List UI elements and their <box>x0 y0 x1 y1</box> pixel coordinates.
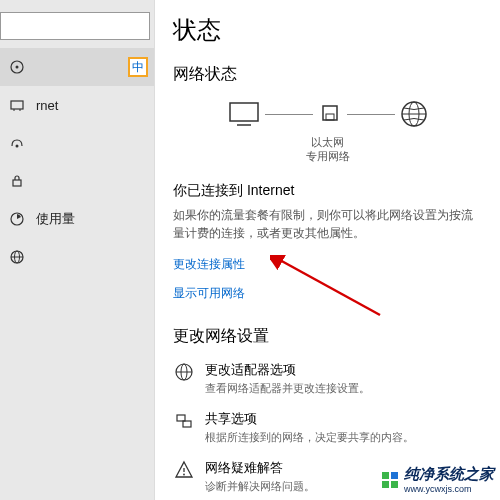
status-icon <box>8 58 26 76</box>
vpn-icon <box>8 172 26 190</box>
connection-line <box>347 114 395 115</box>
computer-icon <box>227 100 261 128</box>
connected-desc: 如果你的流量套餐有限制，则你可以将此网络设置为按流量计费的连接，或者更改其他属性… <box>173 206 482 242</box>
svg-rect-22 <box>183 421 191 427</box>
row-title: 网络疑难解答 <box>205 459 315 477</box>
row-title: 共享选项 <box>205 410 414 428</box>
svg-rect-2 <box>11 101 23 109</box>
sidebar-item-status[interactable]: 中 <box>0 48 154 86</box>
svg-rect-21 <box>177 415 185 421</box>
svg-rect-14 <box>326 114 334 120</box>
svg-point-1 <box>16 66 19 69</box>
usage-icon <box>8 210 26 228</box>
dialup-icon <box>8 134 26 152</box>
svg-point-5 <box>16 145 19 148</box>
sidebar-item-vpn[interactable] <box>0 162 154 200</box>
adapter-options-row[interactable]: 更改适配器选项 查看网络适配器并更改连接设置。 <box>173 361 482 396</box>
svg-rect-11 <box>230 103 258 121</box>
sidebar-item-label: 使用量 <box>36 210 75 228</box>
connection-line <box>265 114 313 115</box>
sidebar-item-label: rnet <box>36 98 58 113</box>
change-connection-properties-link[interactable]: 更改连接属性 <box>173 256 245 273</box>
watermark: 纯净系统之家 www.ycwxjs.com <box>382 465 494 494</box>
row-title: 更改适配器选项 <box>205 361 370 379</box>
show-available-networks-link[interactable]: 显示可用网络 <box>173 285 245 302</box>
change-network-settings-heading: 更改网络设置 <box>173 326 482 347</box>
row-desc: 查看网络适配器并更改连接设置。 <box>205 381 370 396</box>
ethernet-icon <box>8 96 26 114</box>
watermark-url: www.ycwxjs.com <box>404 484 494 494</box>
watermark-logo <box>382 472 398 488</box>
svg-rect-13 <box>323 106 337 120</box>
network-diagram <box>173 99 482 129</box>
sharing-icon <box>173 410 195 432</box>
search-input[interactable] <box>0 12 150 40</box>
network-status-heading: 网络状态 <box>173 64 482 85</box>
main-content: 状态 网络状态 以太网 专用网络 你已连接到 Internet 如果你的流量套餐… <box>155 0 500 500</box>
sidebar-item-ethernet[interactable]: rnet <box>0 86 154 124</box>
svg-rect-6 <box>13 180 21 186</box>
row-desc: 根据所连接到的网络，决定要共享的内容。 <box>205 430 414 445</box>
connected-heading: 你已连接到 Internet <box>173 182 482 200</box>
sidebar-item-usage[interactable]: 使用量 <box>0 200 154 238</box>
search-wrap <box>0 4 154 48</box>
watermark-text: 纯净系统之家 <box>404 465 494 484</box>
sidebar-item-dialup[interactable] <box>0 124 154 162</box>
proxy-icon <box>8 248 26 266</box>
router-icon <box>317 100 343 128</box>
row-desc: 诊断并解决网络问题。 <box>205 479 315 494</box>
svg-point-24 <box>183 473 185 475</box>
adapter-icon <box>173 361 195 383</box>
sidebar-item-proxy[interactable] <box>0 238 154 276</box>
diagram-label: 以太网 专用网络 <box>173 135 482 164</box>
ime-badge: 中 <box>128 57 148 77</box>
sidebar: 中 rnet 使用量 <box>0 0 155 500</box>
globe-icon <box>399 99 429 129</box>
troubleshoot-icon <box>173 459 195 481</box>
page-title: 状态 <box>173 14 482 46</box>
sharing-options-row[interactable]: 共享选项 根据所连接到的网络，决定要共享的内容。 <box>173 410 482 445</box>
settings-window: — □ × 中 rnet <box>0 0 500 500</box>
